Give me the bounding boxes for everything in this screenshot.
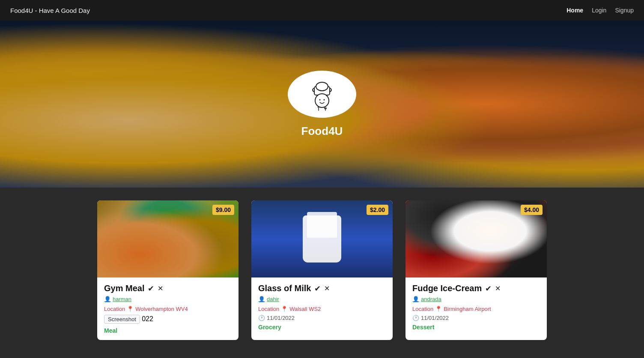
card-date-glass-of-milk: 🕐 11/01/2022 [258,315,386,321]
card-title-row-fudge-ice-cream: Fudge Ice-Cream ✔ ✕ [412,283,540,293]
location-value-milk: Walsall WS2 [289,306,321,312]
card-author-fudge-ice-cream[interactable]: 👤 andrada [412,296,540,302]
svg-point-5 [324,99,325,100]
price-badge-glass-of-milk: $2.00 [367,205,388,215]
card-category-fudge-ice-cream: Dessert [412,324,540,331]
date-value-milk: 11/01/2022 [267,315,295,321]
nav-signup[interactable]: Signup [615,7,634,14]
location-label-milk: Location [258,306,279,312]
price-badge-gym-meal: $9.00 [212,205,234,215]
card-author-gym-meal[interactable]: 👤 harman [104,296,232,302]
check-icon-fudge-ice-cream: ✔ [485,284,492,293]
navbar: Food4U - Have A Good Day Home Login Sign… [0,0,644,21]
location-value-gym-meal: Wolverhampton WV4 [135,306,188,312]
pin-icon-fudge: 📍 [435,306,442,312]
date-value-fudge: 11/01/2022 [421,315,449,321]
hero-logo-oval [288,71,356,118]
card-category-gym-meal: Meal [104,327,232,334]
card-image-gym-meal: $9.00 [97,200,239,277]
author-name-glass-of-milk: dahir [267,296,279,302]
nav-home[interactable]: Home [566,7,583,14]
card-title-glass-of-milk: Glass of Milk [258,283,311,293]
x-icon-gym-meal[interactable]: ✕ [158,284,163,292]
location-label-gym-meal: Location [104,306,125,312]
card-body-fudge-ice-cream: Fudge Ice-Cream ✔ ✕ 👤 andrada Location 📍… [405,277,547,337]
check-icon-gym-meal: ✔ [148,284,154,293]
card-location-glass-of-milk: Location 📍 Walsall WS2 [258,306,386,312]
card-location-fudge-ice-cream: Location 📍 Birmingham Airport [412,306,540,312]
card-title-row-glass-of-milk: Glass of Milk ✔ ✕ [258,283,386,293]
card-title-gym-meal: Gym Meal [104,283,144,293]
card-body-glass-of-milk: Glass of Milk ✔ ✕ 👤 dahir Location 📍 Wal… [251,277,393,337]
x-icon-glass-of-milk[interactable]: ✕ [324,284,330,292]
hero-section: Food4U [0,21,644,188]
chef-icon [305,77,339,111]
check-icon-glass-of-milk: ✔ [314,284,321,293]
person-icon-fudge-ice-cream: 👤 [412,296,419,302]
pin-icon-gym-meal: 📍 [127,306,134,312]
screenshot-text[interactable]: Screenshot [104,315,140,324]
svg-point-3 [315,94,329,107]
navbar-links: Home Login Signup [566,7,634,14]
hero-logo-container: Food4U [288,71,356,138]
clock-icon-fudge: 🕐 [412,315,419,321]
person-icon-gym-meal: 👤 [104,296,111,302]
card-title-row-gym-meal: Gym Meal ✔ ✕ [104,283,232,293]
food-card-gym-meal: $9.00 Gym Meal ✔ ✕ 👤 harman Location 📍 W… [97,200,239,340]
card-date-fudge-ice-cream: 🕐 11/01/2022 [412,315,540,321]
location-value-fudge: Birmingham Airport [444,306,491,312]
author-name-gym-meal: harman [113,296,131,302]
nav-login[interactable]: Login [592,7,606,14]
svg-point-2 [316,82,328,91]
card-body-gym-meal: Gym Meal ✔ ✕ 👤 harman Location 📍 Wolverh… [97,277,239,340]
x-icon-fudge-ice-cream[interactable]: ✕ [495,284,501,292]
hero-title: Food4U [301,125,343,138]
date-suffix-gym-meal: 022 [142,315,153,322]
card-location-gym-meal: Location 📍 Wolverhampton WV4 [104,306,232,312]
price-badge-fudge-ice-cream: $4.00 [521,205,543,215]
svg-point-4 [319,99,321,100]
card-image-glass-of-milk: $2.00 [251,200,393,277]
location-label-fudge: Location [412,306,433,312]
card-author-glass-of-milk[interactable]: 👤 dahir [258,296,386,302]
card-category-glass-of-milk: Grocery [258,324,386,331]
pin-icon-milk: 📍 [281,306,288,312]
screenshot-badge-gym-meal[interactable]: Screenshot 022 [104,315,232,325]
navbar-brand: Food4U - Have A Good Day [10,7,90,14]
card-title-fudge-ice-cream: Fudge Ice-Cream [412,283,482,293]
person-icon-glass-of-milk: 👤 [258,296,265,302]
author-name-fudge-ice-cream: andrada [421,296,441,302]
cards-section: $9.00 Gym Meal ✔ ✕ 👤 harman Location 📍 W… [0,188,644,353]
clock-icon-milk: 🕐 [258,315,265,321]
card-image-fudge-ice-cream: $4.00 [405,200,547,277]
food-card-glass-of-milk: $2.00 Glass of Milk ✔ ✕ 👤 dahir Location… [251,200,393,340]
food-card-fudge-ice-cream: $4.00 Fudge Ice-Cream ✔ ✕ 👤 andrada Loca… [405,200,547,340]
